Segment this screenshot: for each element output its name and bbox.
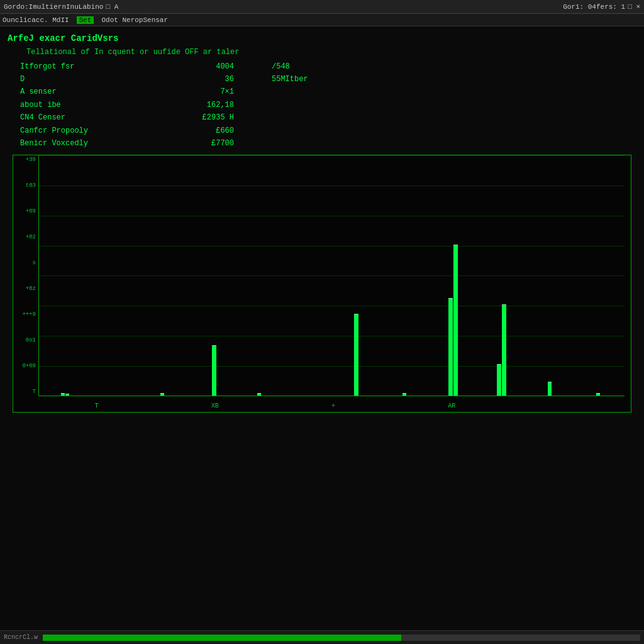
info-value-3: 162,18 xyxy=(171,99,272,111)
bar-1b xyxy=(65,394,69,396)
title-bar-left: Gordo:ImultiernInuLabino □ A xyxy=(4,3,118,11)
status-progress-fill xyxy=(43,635,401,641)
info-value-6: £7700 xyxy=(171,137,272,150)
menu-item-odot[interactable]: Odot NeropSensar xyxy=(101,16,168,24)
bar-group-mid3 xyxy=(381,393,428,396)
bar-group-end1 xyxy=(526,382,574,396)
info-label-2: A senser xyxy=(8,86,171,98)
y-axis: +39 t03 +09 +02 s +8z +++9 0o1 0+09 T xyxy=(13,155,38,396)
title-bar-text: Gordo:ImultiernInuLabino xyxy=(4,3,103,11)
info-section: ArfeJ exacr CaridVsrs Tellational of In … xyxy=(8,31,636,150)
bar-group-1 xyxy=(42,393,89,396)
y-label-6: +++9 xyxy=(22,311,36,318)
bar-group-xb2 xyxy=(235,393,282,396)
info-row-0: Itforgot fsr 4004 /548 xyxy=(8,60,636,73)
y-label-3: +02 xyxy=(26,234,36,240)
title-bar-right: Gor1: 04fers: 1 □ × xyxy=(563,3,640,11)
info-value-2: 7×1 xyxy=(171,86,272,98)
bar-mid3 xyxy=(402,393,406,396)
x-label-plus: + xyxy=(331,402,335,409)
info-value-0: 4004 xyxy=(171,60,272,73)
info-row-4: CN4 Censer £2935 H xyxy=(8,111,636,124)
info-row-5: Canfcr Propooly £660 xyxy=(8,125,636,137)
info-value2-1: 55MItber xyxy=(272,73,308,86)
y-label-4: s xyxy=(33,260,36,266)
info-value2-0: /548 xyxy=(272,60,290,73)
bar-mid2 xyxy=(354,314,358,396)
bar-group-end2 xyxy=(575,393,622,396)
info-value-5: £660 xyxy=(171,125,272,137)
bar-xb1 xyxy=(212,345,216,396)
info-row-1: D 36 55MItber xyxy=(8,73,636,86)
info-row-3: about ibe 162,18 xyxy=(8,99,636,111)
bar-group-3 xyxy=(138,393,186,396)
chart-bars-area xyxy=(38,155,625,396)
chart-container: +39 t03 +09 +02 s +8z +++9 0o1 0+09 T xyxy=(13,155,631,413)
y-label-9: T xyxy=(33,389,36,395)
info-value-1: 36 xyxy=(171,73,272,86)
x-axis: T XB + AR xyxy=(38,402,625,409)
y-label-5: +8z xyxy=(26,286,36,292)
bar-group-mid2 xyxy=(332,314,379,396)
info-label-4: CN4 Censer xyxy=(8,111,171,124)
info-subtitle: Tellational of In cquent or uufide OFF a… xyxy=(26,47,636,58)
y-label-0: +39 xyxy=(26,157,36,163)
info-label-5: Canfcr Propooly xyxy=(8,125,171,137)
bars-wrapper xyxy=(39,155,625,396)
bar-ar2 xyxy=(453,245,458,396)
bar-1a xyxy=(61,393,65,396)
bar-3 xyxy=(160,393,164,396)
bar-ar3 xyxy=(497,364,501,396)
title-bar-controls[interactable]: □ × xyxy=(628,3,640,11)
status-progress-bar xyxy=(43,635,640,641)
y-label-8: 0+09 xyxy=(22,363,36,369)
title-bar-info: Gor1: 04fers: 1 xyxy=(563,3,625,11)
bar-end1 xyxy=(548,382,552,396)
info-row-6: Benicr Voxcedly £7700 xyxy=(8,137,636,150)
bar-ar1 xyxy=(448,298,453,396)
title-bar-tabs: □ A xyxy=(106,3,118,11)
status-bar: RcncrCl.w xyxy=(0,630,644,644)
menu-item-ounclicacc[interactable]: Ounclicacc. MdII xyxy=(3,16,69,24)
y-label-1: t03 xyxy=(26,182,36,189)
info-row-2: A senser 7×1 xyxy=(8,86,636,98)
info-label-3: about ibe xyxy=(8,99,171,111)
info-label-0: Itforgot fsr xyxy=(8,60,171,73)
bar-group-ar2 xyxy=(478,304,525,396)
info-value-4: £2935 H xyxy=(171,111,272,124)
x-label-ar: AR xyxy=(448,402,455,409)
bar-ar4 xyxy=(502,304,506,396)
main-content: ArfeJ exacr CaridVsrs Tellational of In … xyxy=(0,26,644,630)
title-bar: Gordo:ImultiernInuLabino □ A Gor1: 04fer… xyxy=(0,0,644,14)
info-label-1: D xyxy=(8,73,171,86)
bar-xb2 xyxy=(257,393,261,396)
bar-group-ar1 xyxy=(430,245,477,396)
menu-item-set[interactable]: Set xyxy=(77,16,94,24)
y-label-7: 0o1 xyxy=(26,337,36,343)
info-label-6: Benicr Voxcedly xyxy=(8,137,171,150)
x-label-xb: XB xyxy=(211,402,219,409)
info-title: ArfeJ exacr CaridVsrs xyxy=(8,31,636,45)
x-label-t: T xyxy=(95,402,99,409)
bar-end2 xyxy=(596,393,600,396)
status-label: RcncrCl.w xyxy=(4,634,38,641)
menu-bar: Ounclicacc. MdII Set Odot NeropSensar xyxy=(0,14,644,26)
bar-group-xb xyxy=(187,345,234,396)
y-label-2: +09 xyxy=(26,208,36,214)
